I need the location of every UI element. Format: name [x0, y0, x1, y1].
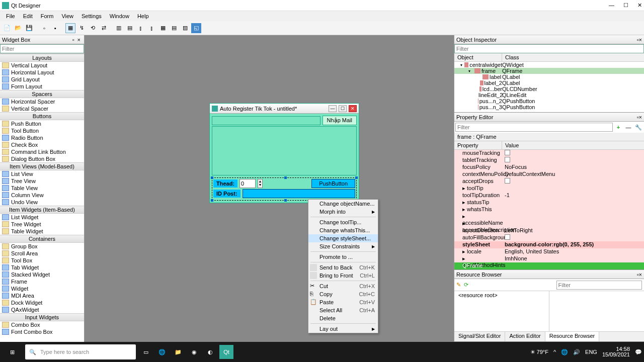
- add-dynamic-prop-icon[interactable]: +: [614, 123, 623, 132]
- object-tree-row[interactable]: labelQLabel: [454, 74, 644, 80]
- widget-item[interactable]: Vertical Spacer: [0, 105, 84, 112]
- ctx-paste[interactable]: 📋PasteCtrl+V: [308, 298, 378, 306]
- chrome-icon[interactable]: ◉: [187, 345, 201, 359]
- reload-resource-icon[interactable]: ⟳: [464, 282, 468, 288]
- form-close-icon[interactable]: ✕: [349, 105, 357, 112]
- form-textarea[interactable]: [212, 126, 357, 175]
- widget-item[interactable]: Horizontal Spacer: [0, 98, 84, 105]
- maximize-button[interactable]: ☐: [623, 2, 628, 9]
- design-canvas[interactable]: Auto Register Tik Tok - untitled* — ☐ ✕ …: [85, 35, 454, 342]
- object-tree-row[interactable]: pus...n_3QPushButton: [454, 104, 644, 110]
- save-icon[interactable]: 💾: [24, 23, 34, 33]
- widget-box-float-icon[interactable]: ▫: [71, 37, 76, 43]
- ctx-cut[interactable]: ✂CutCtrl+X: [308, 282, 378, 290]
- property-row[interactable]: ▸ accessibleDescription: [454, 220, 644, 227]
- property-row[interactable]: QFrame: [454, 262, 644, 269]
- widget-item[interactable]: Column View: [0, 192, 84, 199]
- widget-item[interactable]: Vertical Layout: [0, 62, 84, 69]
- tab-signal-slot[interactable]: Signal/Slot Editor: [454, 332, 505, 341]
- property-row[interactable]: ▸ accessibleName: [454, 213, 644, 220]
- edit-signals-icon[interactable]: ↯: [76, 23, 87, 33]
- tray-network-icon[interactable]: 🌐: [561, 349, 568, 355]
- form-lineedit[interactable]: [212, 116, 320, 125]
- widget-item[interactable]: Tab Widget: [0, 264, 84, 271]
- spin-buttons-icon[interactable]: ▲▼: [258, 179, 263, 188]
- ctx-change-whatsthis[interactable]: Change whatsThis...: [308, 226, 378, 234]
- new-icon[interactable]: 📄: [2, 23, 12, 33]
- object-tree-row[interactable]: ▾frameQFrame: [454, 68, 644, 74]
- weather-widget[interactable]: ☀ 79°F: [530, 349, 548, 355]
- ctx-delete[interactable]: Delete: [308, 314, 378, 322]
- ctx-select-all[interactable]: Select AllCtrl+A: [308, 306, 378, 314]
- widget-item[interactable]: Table View: [0, 185, 84, 192]
- checkbox-icon[interactable]: [505, 150, 510, 155]
- widget-group-header[interactable]: Containers: [0, 235, 84, 243]
- property-row[interactable]: styleSheetbackground-color:rgb(0, 255, 2…: [454, 241, 644, 248]
- ctx-copy[interactable]: ⎘CopyCtrl+C: [308, 290, 378, 298]
- edit-widgets-icon[interactable]: ▦: [65, 23, 75, 33]
- widget-item[interactable]: Tool Box: [0, 257, 84, 264]
- start-button[interactable]: ⊞: [2, 344, 22, 360]
- widget-item[interactable]: Horizontal Layout: [0, 69, 84, 76]
- property-row[interactable]: focusPolicyNoFocus: [454, 164, 644, 171]
- object-tree-row[interactable]: ▾centralwidgetQWidget: [454, 62, 644, 68]
- adjust-size-icon[interactable]: ◱: [191, 23, 201, 33]
- tray-chevron-icon[interactable]: ^: [553, 349, 556, 355]
- resource-filter[interactable]: [556, 281, 642, 290]
- ctx-change-stylesheet[interactable]: Change styleSheet...: [308, 234, 378, 242]
- object-inspector-filter[interactable]: [454, 44, 644, 53]
- widget-item[interactable]: Scroll Area: [0, 250, 84, 257]
- break-layout-icon[interactable]: ▨: [180, 23, 190, 33]
- property-row[interactable]: autoFillBackground: [454, 234, 644, 241]
- tray-clock[interactable]: 14:5815/09/2021: [602, 346, 630, 357]
- widget-box-close-icon[interactable]: ×: [76, 37, 82, 43]
- widget-group-header[interactable]: Buttons: [0, 112, 84, 120]
- form-maximize-icon[interactable]: ☐: [339, 105, 347, 112]
- property-row[interactable]: tabletTracking: [454, 157, 644, 164]
- property-row[interactable]: ▸ localeEnglish, United States: [454, 248, 644, 255]
- send-back-icon[interactable]: ▫: [39, 23, 49, 33]
- property-filter[interactable]: [455, 123, 613, 132]
- tray-volume-icon[interactable]: 🔊: [573, 349, 580, 355]
- menu-file[interactable]: File: [2, 13, 19, 19]
- edit-buddies-icon[interactable]: ⟲: [88, 23, 98, 33]
- remove-dynamic-prop-icon[interactable]: —: [624, 123, 633, 132]
- object-tree-row[interactable]: lineEdit_2QLineEdit: [454, 92, 644, 98]
- property-row[interactable]: ▸ whatsThis: [454, 206, 644, 213]
- resource-root[interactable]: <resource root>: [454, 291, 549, 299]
- menu-view[interactable]: View: [57, 13, 77, 19]
- widget-item[interactable]: Grid Layout: [0, 76, 84, 83]
- layout-vsplit-icon[interactable]: ⫿: [147, 23, 157, 33]
- widget-group-header[interactable]: Input Widgets: [0, 313, 84, 321]
- ctx-size-constraints[interactable]: Size Constraints▶: [308, 242, 378, 250]
- widget-item[interactable]: Widget: [0, 285, 84, 292]
- widget-group-header[interactable]: Layouts: [0, 54, 84, 62]
- property-row[interactable]: toolTipDuration-1: [454, 192, 644, 199]
- form-minimize-icon[interactable]: —: [329, 105, 337, 112]
- bring-front-icon[interactable]: ▪: [50, 23, 60, 33]
- property-row[interactable]: mouseTracking: [454, 150, 644, 157]
- oi-col-class[interactable]: Class: [502, 53, 522, 61]
- dock-close-icon[interactable]: ×: [639, 114, 642, 120]
- widget-box-filter[interactable]: [0, 44, 84, 53]
- property-row[interactable]: layoutDirectionLeftToRight: [454, 227, 644, 234]
- checkbox-icon[interactable]: [505, 234, 510, 240]
- object-tree-row[interactable]: label_2QLabel: [454, 80, 644, 86]
- widget-item[interactable]: Tree View: [0, 177, 84, 185]
- property-row[interactable]: ▸ inputMethodHintsImhNone: [454, 255, 644, 262]
- tray-notifications-icon[interactable]: 💬: [635, 349, 642, 355]
- oi-col-object[interactable]: Object: [454, 53, 502, 61]
- ctx-bring-front[interactable]: Bring to FrontCtrl+L: [308, 272, 378, 280]
- widget-group-header[interactable]: Spacers: [0, 90, 84, 98]
- widget-item[interactable]: Frame: [0, 278, 84, 285]
- prop-config-icon[interactable]: 🔧: [634, 123, 643, 132]
- open-icon[interactable]: 📂: [13, 23, 23, 33]
- tab-resource-browser[interactable]: Resource Browser: [545, 332, 599, 341]
- layout-h-icon[interactable]: ▥: [114, 23, 124, 33]
- widget-item[interactable]: Table Widget: [0, 228, 84, 235]
- edge-icon[interactable]: 🌐: [155, 345, 169, 359]
- property-row[interactable]: acceptDrops: [454, 178, 644, 185]
- checkbox-icon[interactable]: [505, 178, 510, 184]
- widget-item[interactable]: Check Box: [0, 141, 84, 148]
- ctx-promote[interactable]: Promote to ...: [308, 253, 378, 261]
